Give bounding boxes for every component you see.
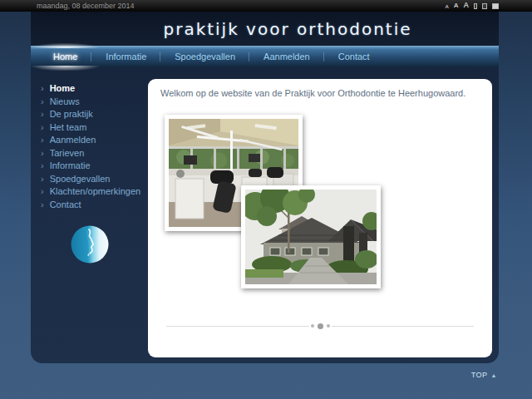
sidebar-item-label: Het team xyxy=(50,123,87,132)
chevron-right-icon: › xyxy=(41,110,44,119)
sidebar-item-label: Aanmelden xyxy=(50,135,96,145)
sidebar-item-label: Informatie xyxy=(50,161,91,170)
sidebar-item-aanmelden[interactable]: › Aanmelden xyxy=(41,135,153,145)
sidebar-item-de-praktijk[interactable]: › De praktijk xyxy=(41,110,153,119)
sidebar-item-home[interactable]: › Home xyxy=(41,84,153,93)
sidebar-item-contact[interactable]: › Contact xyxy=(41,200,153,209)
font-size-large-icon[interactable]: A xyxy=(464,2,470,9)
nav-label: Contact xyxy=(338,52,370,62)
sidebar-item-klachten[interactable]: › Klachten/opmerkingen xyxy=(41,187,153,196)
practice-exterior-photo xyxy=(241,185,381,288)
top-label: TOP xyxy=(471,371,488,379)
pager-dot[interactable] xyxy=(327,324,330,328)
top-bar: maandag, 08 december 2014 A A A xyxy=(0,0,532,12)
chevron-right-icon: › xyxy=(41,175,44,184)
chevron-right-icon: › xyxy=(41,84,44,93)
page: maandag, 08 december 2014 A A A praktijk… xyxy=(0,0,532,399)
layout-medium-icon[interactable] xyxy=(482,3,487,9)
nav-item-aanmelden[interactable]: Aanmelden xyxy=(249,47,324,67)
sidebar-item-informatie[interactable]: › Informatie xyxy=(41,161,153,170)
practice-logo-face-icon xyxy=(71,225,109,264)
sidebar-item-label: Klachten/opmerkingen xyxy=(50,187,140,196)
site-title: praktijk voor orthodontie xyxy=(31,19,532,39)
pager-dot[interactable] xyxy=(311,324,314,328)
site-header: praktijk voor orthodontie xyxy=(31,12,499,46)
sidebar-item-het-team[interactable]: › Het team xyxy=(41,123,153,132)
sidebar-menu: › Home › Nieuws › De praktijk › Het team… xyxy=(41,84,153,213)
sidebar-item-nieuws[interactable]: › Nieuws xyxy=(41,97,153,106)
arrow-up-icon: ▲ xyxy=(491,372,497,378)
main-navigation: Home Informatie Spoedgevallen Aanmelden … xyxy=(31,46,499,67)
font-size-medium-icon[interactable]: A xyxy=(454,2,459,9)
accessibility-controls: A A A xyxy=(445,0,499,12)
sidebar-item-tarieven[interactable]: › Tarieven xyxy=(41,149,153,158)
pagination-separator xyxy=(166,323,474,329)
chevron-right-icon: › xyxy=(41,161,44,170)
chevron-right-icon: › xyxy=(41,135,44,145)
nav-label: Aanmelden xyxy=(264,52,310,62)
welcome-text: Welkom op de website van de Praktijk voo… xyxy=(160,88,486,98)
separator-line xyxy=(332,326,475,327)
chevron-right-icon: › xyxy=(41,123,44,132)
sidebar-item-label: Tarieven xyxy=(50,149,85,158)
nav-list: Home Informatie Spoedgevallen Aanmelden … xyxy=(31,47,499,67)
nav-item-contact[interactable]: Contact xyxy=(324,47,384,67)
sidebar-item-label: Spoedgevallen xyxy=(50,175,111,184)
nav-label: Informatie xyxy=(106,52,146,62)
chevron-right-icon: › xyxy=(41,149,44,158)
font-size-small-icon[interactable]: A xyxy=(445,4,448,9)
nav-label: Home xyxy=(53,52,77,62)
sidebar-item-label: Nieuws xyxy=(50,97,80,106)
layout-wide-icon[interactable] xyxy=(492,3,499,9)
nav-item-home[interactable]: Home xyxy=(39,47,91,67)
chevron-right-icon: › xyxy=(41,187,44,196)
nav-item-informatie[interactable]: Informatie xyxy=(91,47,160,67)
back-to-top-link[interactable]: TOP ▲ xyxy=(471,371,497,379)
chevron-right-icon: › xyxy=(41,97,44,106)
pager-dot-active[interactable] xyxy=(318,323,323,329)
chevron-right-icon: › xyxy=(41,200,44,209)
sidebar-item-spoedgevallen[interactable]: › Spoedgevallen xyxy=(41,175,153,184)
sidebar-item-label: De praktijk xyxy=(50,110,93,119)
current-date: maandag, 08 december 2014 xyxy=(37,0,135,12)
sidebar-item-label: Home xyxy=(50,84,76,93)
layout-narrow-icon[interactable] xyxy=(474,3,477,9)
nav-item-spoedgevallen[interactable]: Spoedgevallen xyxy=(160,47,249,67)
sidebar-item-label: Contact xyxy=(50,200,81,209)
nav-label: Spoedgevallen xyxy=(175,52,235,62)
separator-line xyxy=(166,326,309,327)
